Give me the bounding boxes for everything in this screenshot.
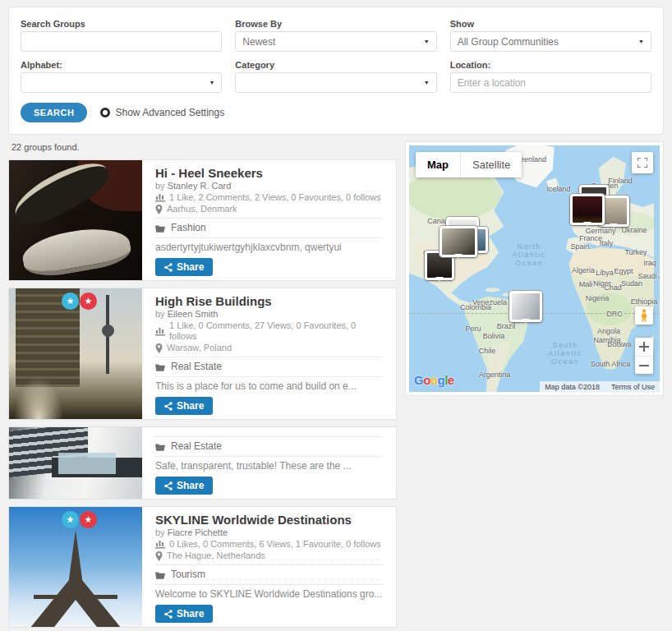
satellite-view-button[interactable]: Satellite: [460, 152, 522, 177]
group-description: This is a place for us to come and build…: [155, 380, 383, 393]
bar-chart-icon: [155, 193, 165, 202]
search-button[interactable]: SEARCH: [21, 103, 87, 122]
group-photo-modern-building[interactable]: [9, 427, 142, 499]
group-author: Stanley R. Card: [168, 181, 232, 191]
folder-icon: [155, 224, 166, 233]
map-country-label: Ethiopia: [631, 297, 658, 306]
group-category[interactable]: Tourism: [155, 569, 383, 581]
share-button[interactable]: Share: [155, 397, 213, 415]
group-category[interactable]: Fashion: [155, 222, 383, 234]
folder-icon: [155, 571, 166, 579]
map-attribution: Map data ©2018: [545, 383, 600, 391]
group-category[interactable]: Real Estate: [155, 361, 383, 373]
by-label: by: [155, 309, 165, 319]
zoom-out-button[interactable]: [635, 356, 653, 374]
location-label: Location:: [450, 60, 651, 70]
category-field-wrap: Category ▼: [235, 60, 436, 93]
folder-icon: [155, 363, 166, 371]
group-title[interactable]: High Rise Buildings: [155, 294, 383, 308]
search-groups-field-wrap: Search Groups: [21, 19, 222, 52]
divider: [155, 456, 383, 457]
map-country-label: Egypt: [614, 267, 633, 275]
group-photo-highrise[interactable]: [9, 288, 142, 419]
star-badge-red-icon: [80, 292, 97, 310]
map-country-label: Botswa: [607, 340, 632, 348]
group-description: Safe, transparent, trustable! These are …: [155, 460, 383, 472]
group-card[interactable]: SKYLINE Worldwide Destinations by Fiacre…: [8, 506, 397, 628]
map-country-label: Ukraine: [621, 226, 647, 234]
category-select[interactable]: ▼: [235, 72, 436, 93]
group-card[interactable]: Real Estate Safe, transparent, trustable…: [8, 426, 397, 500]
show-label: Show: [450, 19, 651, 29]
night-city-photo-marker[interactable]: [570, 194, 605, 225]
share-button[interactable]: Share: [155, 258, 213, 276]
show-field-wrap: Show All Group Communities ▼: [450, 19, 651, 52]
map-country-label: Iraq: [643, 259, 656, 267]
map-country-label: South Africa: [591, 360, 631, 368]
search-groups-input[interactable]: [21, 31, 222, 52]
share-icon: [164, 263, 173, 272]
pegman-icon: [640, 309, 648, 322]
map-country-label: Colombia: [460, 303, 491, 311]
browse-by-select[interactable]: Newest ▼: [235, 31, 436, 52]
map-country-label: Nigeria: [586, 294, 610, 302]
group-stats: 0 Likes, 0 Comments, 6 Views, 1 Favourit…: [155, 539, 383, 550]
share-icon: [164, 402, 173, 411]
group-card[interactable]: Hi - Heel Sneekers by Stanley R. Card 1 …: [8, 159, 397, 281]
white-building-photo-marker[interactable]: [509, 291, 542, 322]
advanced-settings-label: Show Advanced Settings: [115, 107, 224, 118]
chevron-down-icon: ▼: [424, 39, 430, 44]
location-field-wrap: Location:: [450, 60, 651, 93]
motorcycle-photo-marker[interactable]: [440, 226, 477, 257]
alphabet-select[interactable]: ▼: [21, 72, 222, 93]
show-advanced-settings-link[interactable]: Show Advanced Settings: [100, 107, 224, 118]
divider: [155, 357, 383, 357]
group-photo-sneakers[interactable]: [9, 160, 142, 280]
map-country-label: Brazil: [497, 322, 516, 330]
group-author: Eileen Smith: [168, 309, 219, 319]
map-country-label: Chile: [479, 347, 496, 355]
group-author: Fiacre Pichette: [168, 527, 228, 537]
show-select[interactable]: All Group Communities ▼: [450, 31, 651, 52]
browse-by-value: Newest: [242, 36, 275, 48]
share-button[interactable]: Share: [155, 605, 213, 623]
group-title[interactable]: Hi - Heel Sneekers: [155, 166, 383, 180]
share-button[interactable]: Share: [155, 477, 213, 495]
browse-by-field-wrap: Browse By Newest ▼: [235, 19, 436, 52]
map-pin-icon: [155, 551, 163, 561]
map-country-label: Argentina: [479, 371, 511, 379]
terms-of-use-link[interactable]: Terms of Use: [611, 383, 655, 391]
zoom-in-button[interactable]: [635, 338, 653, 356]
map-country-label: Turkey: [624, 248, 647, 256]
alphabet-field-wrap: Alphabet: ▼: [21, 60, 222, 93]
group-description: Welcome to SKYLINE Worldwide Destination…: [155, 588, 383, 601]
show-value: All Group Communities: [458, 36, 559, 48]
group-title[interactable]: SKYLINE Worldwide Destinations: [155, 513, 383, 527]
location-input[interactable]: [450, 72, 651, 93]
group-location: The Hague, Netherlands: [155, 550, 383, 561]
map-country-label: Sudan: [621, 279, 642, 288]
fullscreen-icon: [637, 158, 647, 168]
star-badge-blue-icon: [62, 292, 79, 310]
star-badge-blue-icon: [62, 511, 79, 528]
chevron-down-icon: ▼: [638, 39, 644, 44]
group-location: Warsaw, Poland: [155, 343, 383, 353]
group-photo-eiffel-tower[interactable]: [9, 507, 142, 627]
divider: [155, 584, 383, 585]
pegman-control[interactable]: [635, 306, 653, 325]
group-card[interactable]: High Rise Buildings by Eileen Smith 1 Li…: [8, 288, 397, 420]
zoom-control: [635, 338, 653, 374]
group-stats: 1 Like, 2 Comments, 2 Views, 0 Favourite…: [155, 192, 383, 203]
divider: [155, 218, 383, 219]
google-map[interactable]: GreenlandIcelandFinlandSwedenCanadaUnite…: [409, 145, 660, 392]
map-country-label: Spain: [570, 242, 589, 251]
google-logo[interactable]: Google: [414, 373, 454, 387]
map-view-button[interactable]: Map: [416, 152, 460, 177]
bar-chart-icon: [155, 540, 165, 549]
target-circle-icon: [100, 108, 110, 117]
map-country-label: Libya: [596, 269, 614, 277]
divider: [155, 564, 383, 565]
fullscreen-button[interactable]: [632, 152, 653, 173]
group-category[interactable]: Real Estate: [155, 440, 383, 453]
map-country-label: Bolivia: [483, 332, 505, 340]
